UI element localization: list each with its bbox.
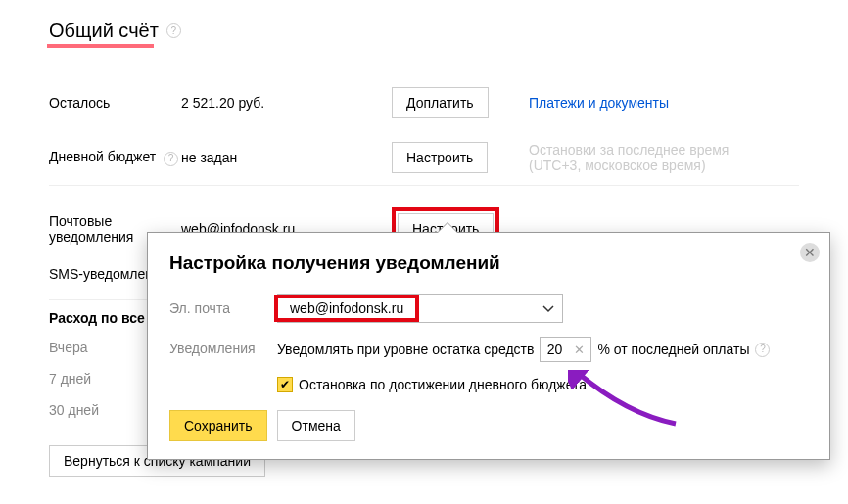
help-icon[interactable]: ? <box>755 343 770 357</box>
balance-value: 2 521.20 руб. <box>181 95 392 111</box>
stop-on-budget-checkbox[interactable]: ✔ Остановка по достижении дневного бюдже… <box>277 377 587 392</box>
threshold-input[interactable] <box>541 342 568 357</box>
notify-text-after: % от последней оплаты <box>597 342 749 357</box>
daily-aside: Остановки за последнее время (UTC+3, мос… <box>529 142 799 173</box>
clear-icon[interactable]: ✕ <box>568 343 590 357</box>
section-title: Общий счёт ? <box>49 20 181 42</box>
section-title-text: Общий счёт <box>49 20 159 42</box>
help-icon[interactable]: ? <box>164 152 178 166</box>
payments-link[interactable]: Платежи и документы <box>529 95 669 111</box>
checkbox-checked-icon: ✔ <box>277 377 293 392</box>
daily-label: Дневной бюджет ? <box>49 149 181 166</box>
dialog-row-email: Эл. почта web@infodonsk.ru <box>169 294 808 323</box>
email-select-value: web@infodonsk.ru <box>282 300 411 316</box>
checkbox-label: Остановка по достижении дневного бюджета <box>299 377 587 392</box>
threshold-input-wrap: ✕ <box>540 337 591 362</box>
save-button[interactable]: Сохранить <box>169 410 267 441</box>
daily-configure-button[interactable]: Настроить <box>392 142 488 173</box>
close-icon[interactable]: ✕ <box>800 243 820 262</box>
chevron-down-icon <box>535 300 562 316</box>
row-daily-budget: Дневной бюджет ? не задан Настроить Оста… <box>49 130 799 185</box>
help-icon[interactable]: ? <box>166 23 181 38</box>
notify-label: Уведомления <box>169 337 277 356</box>
email-select[interactable]: web@infodonsk.ru <box>277 294 563 323</box>
cancel-button[interactable]: Отмена <box>277 410 355 441</box>
row-balance: Осталось 2 521.20 руб. Доплатить Платежи… <box>49 75 799 130</box>
annotation-highlight: web@infodonsk.ru <box>274 295 419 322</box>
title-underline <box>47 44 154 48</box>
notifications-dialog: ✕ Настройка получения уведомлений Эл. по… <box>147 232 830 460</box>
dialog-row-notify: Уведомления Уведомлять при уровне остатк… <box>169 337 808 392</box>
notify-text-before: Уведомлять при уровне остатка средств <box>277 342 534 357</box>
daily-value: не задан <box>181 150 392 165</box>
topup-button[interactable]: Доплатить <box>392 87 489 118</box>
balance-label: Осталось <box>49 95 181 111</box>
dialog-title: Настройка получения уведомлений <box>169 252 808 274</box>
email-label: Эл. почта <box>169 300 277 316</box>
